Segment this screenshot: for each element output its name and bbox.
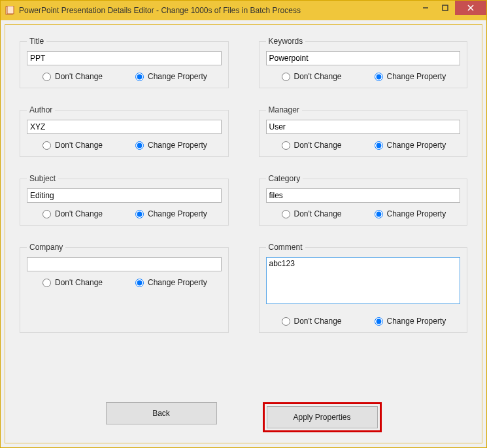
comment-input[interactable] — [266, 257, 461, 304]
legend-manager: Manager — [266, 105, 302, 114]
radio-row-title: Don't Change Change Property — [27, 72, 222, 81]
category-change-property-radio[interactable]: Change Property — [375, 209, 446, 218]
svg-rect-1 — [7, 6, 14, 14]
title-dont-change-radio[interactable]: Don't Change — [42, 72, 103, 81]
comment-dont-change-radio[interactable]: Don't Change — [282, 317, 342, 326]
subject-input[interactable] — [27, 188, 222, 203]
app-window: PowerPoint Presentation Details Editor -… — [0, 0, 487, 448]
legend-subject: Subject — [27, 174, 58, 183]
minimize-button[interactable] — [416, 1, 435, 15]
group-subject: Subject Don't Change Change Property — [20, 174, 229, 226]
maximize-button[interactable] — [435, 1, 455, 15]
keywords-input[interactable] — [266, 51, 461, 65]
group-author: Author Don't Change Change Property — [20, 105, 229, 157]
legend-author: Author — [27, 105, 55, 114]
category-dont-change-radio[interactable]: Don't Change — [282, 209, 342, 218]
window-controls — [416, 1, 486, 15]
legend-category: Category — [266, 174, 303, 183]
company-input[interactable] — [27, 257, 222, 271]
manager-dont-change-radio[interactable]: Don't Change — [282, 141, 342, 150]
group-company: Company Don't Change Change Property — [20, 243, 229, 333]
author-change-property-radio[interactable]: Change Property — [135, 141, 207, 150]
apply-properties-button[interactable]: Apply Properties — [267, 406, 378, 428]
content-area: Title Don't Change Change Property Keywo… — [5, 24, 482, 443]
titlebar[interactable]: PowerPoint Presentation Details Editor -… — [1, 1, 486, 20]
subject-dont-change-radio[interactable]: Don't Change — [42, 209, 103, 218]
close-button[interactable] — [455, 1, 486, 15]
radio-row-manager: Don't Change Change Property — [266, 141, 461, 150]
title-input[interactable] — [27, 51, 222, 65]
radio-row-keywords: Don't Change Change Property — [266, 72, 461, 81]
subject-change-property-radio[interactable]: Change Property — [135, 209, 207, 218]
app-icon — [5, 5, 15, 16]
svg-rect-3 — [443, 5, 448, 10]
manager-change-property-radio[interactable]: Change Property — [375, 141, 446, 150]
group-comment: Comment Don't Change Change Property — [259, 243, 468, 333]
comment-change-property-radio[interactable]: Change Property — [375, 317, 446, 326]
radio-row-category: Don't Change Change Property — [266, 209, 461, 218]
manager-input[interactable] — [266, 120, 461, 134]
company-change-property-radio[interactable]: Change Property — [135, 278, 207, 287]
back-button[interactable]: Back — [106, 402, 217, 424]
radio-row-subject: Don't Change Change Property — [27, 209, 222, 218]
radio-row-company: Don't Change Change Property — [27, 278, 222, 287]
radio-row-author: Don't Change Change Property — [27, 141, 222, 150]
legend-title: Title — [27, 37, 46, 46]
legend-comment: Comment — [266, 243, 305, 252]
group-title: Title Don't Change Change Property — [20, 37, 229, 88]
apply-highlight: Apply Properties — [263, 402, 382, 432]
author-input[interactable] — [27, 120, 222, 134]
keywords-dont-change-radio[interactable]: Don't Change — [282, 72, 342, 81]
legend-keywords: Keywords — [266, 37, 306, 46]
footer-buttons: Back Apply Properties — [5, 402, 482, 432]
legend-company: Company — [27, 243, 65, 252]
author-dont-change-radio[interactable]: Don't Change — [42, 141, 103, 150]
group-category: Category Don't Change Change Property — [259, 174, 468, 226]
group-keywords: Keywords Don't Change Change Property — [259, 37, 468, 88]
properties-grid: Title Don't Change Change Property Keywo… — [20, 37, 467, 333]
title-change-property-radio[interactable]: Change Property — [135, 72, 207, 81]
window-title: PowerPoint Presentation Details Editor -… — [19, 6, 301, 15]
category-input[interactable] — [266, 188, 461, 203]
keywords-change-property-radio[interactable]: Change Property — [375, 72, 446, 81]
group-manager: Manager Don't Change Change Property — [259, 105, 468, 157]
company-dont-change-radio[interactable]: Don't Change — [42, 278, 103, 287]
radio-row-comment: Don't Change Change Property — [266, 317, 461, 326]
